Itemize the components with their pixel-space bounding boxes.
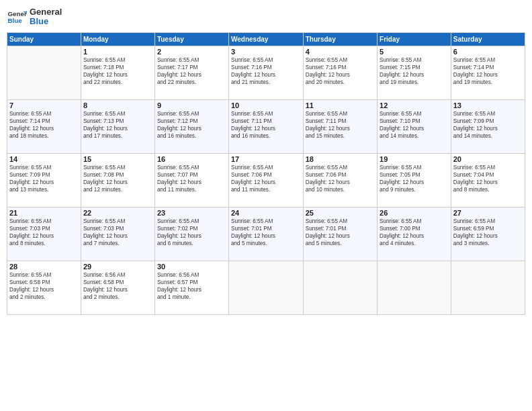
day-cell-10: 10Sunrise: 6:55 AMSunset: 7:11 PMDayligh…: [228, 100, 303, 154]
day-info: Sunrise: 6:55 AMSunset: 7:01 PMDaylight:…: [231, 218, 301, 247]
day-number: 27: [453, 209, 523, 217]
day-info: Sunrise: 6:55 AMSunset: 6:59 PMDaylight:…: [453, 218, 523, 247]
day-cell-7: 7Sunrise: 6:55 AMSunset: 7:14 PMDaylight…: [7, 100, 81, 154]
day-info: Sunrise: 6:55 AMSunset: 7:16 PMDaylight:…: [231, 56, 301, 86]
day-cell-20: 20Sunrise: 6:55 AMSunset: 7:04 PMDayligh…: [451, 154, 525, 208]
day-number: 8: [83, 101, 152, 109]
day-number: 24: [231, 209, 301, 217]
day-info: Sunrise: 6:55 AMSunset: 7:02 PMDaylight:…: [157, 218, 226, 247]
day-cell-21: 21Sunrise: 6:55 AMSunset: 7:03 PMDayligh…: [7, 208, 81, 261]
day-number: 14: [9, 155, 79, 163]
day-cell-15: 15Sunrise: 6:55 AMSunset: 7:08 PMDayligh…: [81, 154, 154, 208]
day-info: Sunrise: 6:55 AMSunset: 7:00 PMDaylight:…: [380, 218, 449, 247]
day-info: Sunrise: 6:55 AMSunset: 7:14 PMDaylight:…: [9, 110, 79, 140]
day-info: Sunrise: 6:55 AMSunset: 7:06 PMDaylight:…: [231, 164, 301, 193]
day-cell-16: 16Sunrise: 6:55 AMSunset: 7:07 PMDayligh…: [154, 154, 228, 208]
day-info: Sunrise: 6:55 AMSunset: 7:06 PMDaylight:…: [306, 164, 375, 193]
day-info: Sunrise: 6:55 AMSunset: 7:12 PMDaylight:…: [157, 110, 226, 140]
day-number: 10: [231, 101, 301, 109]
day-number: 17: [231, 155, 301, 163]
weekday-tuesday: Tuesday: [154, 33, 228, 46]
day-number: 30: [157, 263, 226, 271]
empty-cell: [451, 261, 525, 315]
day-number: 6: [453, 48, 523, 56]
day-info: Sunrise: 6:56 AMSunset: 6:57 PMDaylight:…: [157, 271, 226, 301]
day-cell-11: 11Sunrise: 6:55 AMSunset: 7:11 PMDayligh…: [303, 100, 377, 154]
day-info: Sunrise: 6:55 AMSunset: 7:10 PMDaylight:…: [380, 110, 449, 140]
day-cell-8: 8Sunrise: 6:55 AMSunset: 7:13 PMDaylight…: [81, 100, 154, 154]
weekday-friday: Friday: [378, 33, 451, 46]
day-number: 7: [9, 101, 79, 109]
day-cell-28: 28Sunrise: 6:55 AMSunset: 6:58 PMDayligh…: [7, 261, 81, 315]
day-cell-24: 24Sunrise: 6:55 AMSunset: 7:01 PMDayligh…: [228, 208, 303, 261]
day-cell-9: 9Sunrise: 6:55 AMSunset: 7:12 PMDaylight…: [154, 100, 228, 154]
day-cell-12: 12Sunrise: 6:55 AMSunset: 7:10 PMDayligh…: [378, 100, 451, 154]
day-cell-18: 18Sunrise: 6:55 AMSunset: 7:06 PMDayligh…: [303, 154, 377, 208]
day-cell-26: 26Sunrise: 6:55 AMSunset: 7:00 PMDayligh…: [378, 208, 451, 261]
day-number: 29: [83, 263, 152, 271]
day-info: Sunrise: 6:55 AMSunset: 7:11 PMDaylight:…: [306, 110, 375, 140]
empty-cell: [228, 261, 303, 315]
day-info: Sunrise: 6:55 AMSunset: 7:16 PMDaylight:…: [306, 56, 375, 86]
day-number: 5: [380, 48, 449, 56]
day-number: 23: [157, 209, 226, 217]
day-info: Sunrise: 6:56 AMSunset: 6:58 PMDaylight:…: [83, 271, 152, 301]
day-cell-14: 14Sunrise: 6:55 AMSunset: 7:09 PMDayligh…: [7, 154, 81, 208]
week-row-5: 28Sunrise: 6:55 AMSunset: 6:58 PMDayligh…: [7, 261, 525, 315]
day-info: Sunrise: 6:55 AMSunset: 7:03 PMDaylight:…: [9, 218, 79, 247]
day-number: 18: [306, 155, 375, 163]
day-cell-19: 19Sunrise: 6:55 AMSunset: 7:05 PMDayligh…: [378, 154, 451, 208]
day-number: 13: [453, 101, 523, 109]
weekday-monday: Monday: [81, 33, 154, 46]
day-number: 21: [9, 209, 79, 217]
day-cell-30: 30Sunrise: 6:56 AMSunset: 6:57 PMDayligh…: [154, 261, 228, 315]
day-number: 12: [380, 101, 449, 109]
day-cell-22: 22Sunrise: 6:55 AMSunset: 7:03 PMDayligh…: [81, 208, 154, 261]
empty-cell: [303, 261, 377, 315]
day-info: Sunrise: 6:55 AMSunset: 7:08 PMDaylight:…: [83, 164, 152, 193]
day-cell-17: 17Sunrise: 6:55 AMSunset: 7:06 PMDayligh…: [228, 154, 303, 208]
day-cell-29: 29Sunrise: 6:56 AMSunset: 6:58 PMDayligh…: [81, 261, 154, 315]
page: General Blue General Blue SundayMondayTu…: [0, 0, 532, 411]
day-info: Sunrise: 6:55 AMSunset: 7:01 PMDaylight:…: [306, 218, 375, 247]
day-info: Sunrise: 6:55 AMSunset: 7:15 PMDaylight:…: [380, 56, 449, 86]
day-number: 26: [380, 209, 449, 217]
day-info: Sunrise: 6:55 AMSunset: 7:07 PMDaylight:…: [157, 164, 226, 193]
day-number: 15: [83, 155, 152, 163]
day-number: 16: [157, 155, 226, 163]
day-number: 22: [83, 209, 152, 217]
day-cell-23: 23Sunrise: 6:55 AMSunset: 7:02 PMDayligh…: [154, 208, 228, 261]
day-info: Sunrise: 6:55 AMSunset: 7:09 PMDaylight:…: [453, 110, 523, 140]
day-cell-13: 13Sunrise: 6:55 AMSunset: 7:09 PMDayligh…: [451, 100, 525, 154]
week-row-4: 21Sunrise: 6:55 AMSunset: 7:03 PMDayligh…: [7, 208, 525, 261]
day-number: 9: [157, 101, 226, 109]
calendar-table: SundayMondayTuesdayWednesdayThursdayFrid…: [7, 32, 525, 315]
day-number: 11: [306, 101, 375, 109]
day-info: Sunrise: 6:55 AMSunset: 7:13 PMDaylight:…: [83, 110, 152, 140]
day-info: Sunrise: 6:55 AMSunset: 7:18 PMDaylight:…: [83, 56, 152, 86]
week-row-3: 14Sunrise: 6:55 AMSunset: 7:09 PMDayligh…: [7, 154, 525, 208]
day-info: Sunrise: 6:55 AMSunset: 7:14 PMDaylight:…: [453, 56, 523, 86]
day-number: 19: [380, 155, 449, 163]
day-number: 25: [306, 209, 375, 217]
weekday-wednesday: Wednesday: [228, 33, 303, 46]
logo-icon: General Blue: [7, 7, 27, 27]
day-cell-6: 6Sunrise: 6:55 AMSunset: 7:14 PMDaylight…: [451, 46, 525, 100]
day-info: Sunrise: 6:55 AMSunset: 7:04 PMDaylight:…: [453, 164, 523, 193]
weekday-saturday: Saturday: [451, 33, 525, 46]
day-number: 28: [9, 263, 79, 271]
day-info: Sunrise: 6:55 AMSunset: 7:05 PMDaylight:…: [380, 164, 449, 193]
day-cell-1: 1Sunrise: 6:55 AMSunset: 7:18 PMDaylight…: [81, 46, 154, 100]
day-cell-3: 3Sunrise: 6:55 AMSunset: 7:16 PMDaylight…: [228, 46, 303, 100]
logo-text-general: General: [30, 7, 62, 17]
day-cell-2: 2Sunrise: 6:55 AMSunset: 7:17 PMDaylight…: [154, 46, 228, 100]
day-number: 20: [453, 155, 523, 163]
day-cell-5: 5Sunrise: 6:55 AMSunset: 7:15 PMDaylight…: [378, 46, 451, 100]
day-number: 3: [231, 48, 301, 56]
svg-text:Blue: Blue: [8, 17, 23, 24]
weekday-sunday: Sunday: [7, 33, 81, 46]
day-info: Sunrise: 6:55 AMSunset: 7:03 PMDaylight:…: [83, 218, 152, 247]
svg-text:General: General: [8, 10, 28, 17]
day-info: Sunrise: 6:55 AMSunset: 6:58 PMDaylight:…: [9, 271, 79, 301]
day-number: 1: [83, 48, 152, 56]
